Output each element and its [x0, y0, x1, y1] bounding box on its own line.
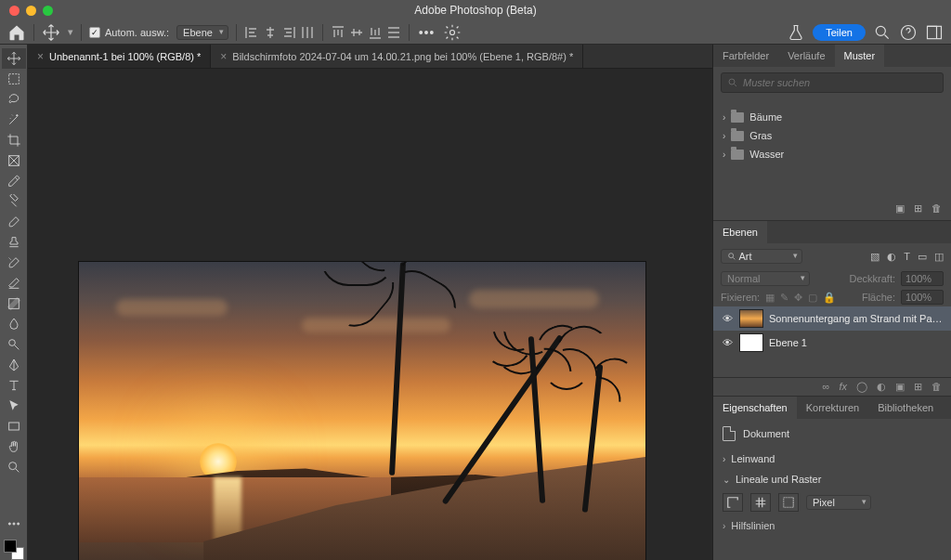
align-left-icon[interactable]	[244, 25, 259, 40]
tool-eyedropper[interactable]	[2, 171, 26, 191]
close-icon[interactable]: ×	[220, 50, 227, 63]
filter-smart-icon[interactable]: ◫	[934, 251, 944, 263]
auto-select-checkbox[interactable]: ✓ Autom. ausw.:	[89, 27, 169, 38]
grid-toggle-icon[interactable]	[750, 493, 771, 512]
lock-paint-icon[interactable]: ✎	[780, 292, 788, 304]
opacity-value[interactable]: 100%	[901, 271, 944, 286]
beaker-icon[interactable]	[787, 23, 805, 42]
tool-blur[interactable]	[2, 314, 26, 334]
layer-name[interactable]: Ebene 1	[769, 337, 944, 348]
tab-layers[interactable]: Ebenen	[713, 221, 767, 243]
align-right-icon[interactable]	[281, 25, 296, 40]
tool-eraser[interactable]	[2, 273, 26, 293]
ruler-toggle-icon[interactable]	[723, 493, 743, 512]
window-zoom-icon[interactable]	[43, 6, 53, 16]
tool-zoom[interactable]	[2, 457, 26, 477]
more-options-icon[interactable]	[417, 23, 436, 42]
layer-thumbnail[interactable]	[739, 333, 763, 352]
tab-properties[interactable]: Eigenschaften	[713, 397, 797, 419]
pattern-folder-trees[interactable]: › Bäume	[713, 108, 951, 126]
auto-select-target-select[interactable]: Ebene	[176, 25, 228, 40]
fx-icon[interactable]: fx	[839, 381, 847, 393]
tool-history-brush[interactable]	[2, 253, 26, 273]
document-tab-1[interactable]: × Unbenannt-1 bei 100% (RGB/8) *	[28, 45, 211, 68]
layer-name[interactable]: Sonnenuntergang am Strand mit Palmen	[769, 313, 944, 324]
link-layers-icon[interactable]: ∞	[823, 381, 830, 393]
pattern-folder-grass[interactable]: › Gras	[713, 126, 951, 145]
window-close-icon[interactable]	[9, 6, 20, 16]
layer-thumbnail[interactable]	[739, 309, 763, 328]
home-button[interactable]	[7, 23, 26, 42]
pattern-search-input[interactable]	[743, 77, 937, 88]
tab-patterns[interactable]: Muster	[835, 45, 885, 67]
accordion-guides[interactable]: › Hilfslinien	[723, 515, 942, 536]
adjustment-icon[interactable]: ◐	[877, 381, 886, 393]
workspace-switcher-icon[interactable]	[925, 23, 944, 42]
tool-brush[interactable]	[2, 212, 26, 232]
lock-all-icon[interactable]: 🔒	[823, 292, 836, 304]
tab-adjustments[interactable]: Korrekturen	[797, 397, 868, 419]
search-icon[interactable]	[873, 23, 892, 42]
tool-dodge[interactable]	[2, 334, 26, 355]
lock-position-icon[interactable]: ✥	[794, 292, 802, 304]
tool-pen[interactable]	[2, 355, 26, 375]
visibility-toggle-icon[interactable]: 👁	[721, 337, 734, 348]
share-button[interactable]: Teilen	[813, 24, 866, 41]
tab-gradients[interactable]: Verläufe	[778, 45, 834, 67]
align-hcenter-icon[interactable]	[263, 25, 278, 40]
close-icon[interactable]: ×	[37, 50, 44, 63]
tool-lasso[interactable]	[2, 89, 26, 110]
canvas[interactable]	[28, 69, 712, 560]
lock-transparent-icon[interactable]: ▦	[765, 292, 775, 304]
pattern-search[interactable]	[721, 72, 944, 93]
new-group-icon[interactable]: ⊞	[914, 202, 922, 215]
pixel-grid-icon[interactable]	[778, 493, 799, 512]
tool-gradient[interactable]	[2, 293, 26, 314]
trash-icon[interactable]: 🗑	[931, 381, 942, 393]
blend-mode-select[interactable]: Normal	[721, 271, 810, 286]
filter-shape-icon[interactable]: ▭	[918, 251, 927, 263]
window-minimize-icon[interactable]	[26, 6, 36, 16]
filter-type-icon[interactable]: T	[904, 251, 910, 263]
tool-healing[interactable]	[2, 191, 26, 212]
group-icon[interactable]: ▣	[895, 381, 905, 393]
align-vcenter-icon[interactable]	[349, 25, 364, 40]
filter-adjust-icon[interactable]: ◐	[887, 251, 896, 263]
tool-stamp[interactable]	[2, 232, 26, 253]
distribute-v-icon[interactable]	[386, 25, 401, 40]
distribute-h-icon[interactable]	[300, 25, 315, 40]
help-icon[interactable]	[899, 23, 918, 42]
align-bottom-icon[interactable]	[368, 25, 383, 40]
tab-libraries[interactable]: Bibliotheken	[868, 397, 943, 419]
save-preset-icon[interactable]: ▣	[895, 202, 905, 215]
mask-icon[interactable]: ◯	[856, 381, 867, 393]
tool-move[interactable]	[2, 48, 26, 69]
tool-marquee[interactable]	[2, 69, 26, 89]
accordion-canvas[interactable]: › Leinwand	[723, 449, 942, 469]
new-layer-icon[interactable]: ⊞	[914, 381, 922, 393]
tool-path-select[interactable]	[2, 396, 26, 416]
lock-artboard-icon[interactable]: ▢	[808, 292, 817, 304]
edit-toolbar-icon[interactable]	[2, 514, 26, 534]
document-tab-2[interactable]: × Bildschirmfoto 2024-07-04 um 14.00.21.…	[211, 45, 583, 68]
trash-icon[interactable]: 🗑	[931, 202, 942, 215]
tool-wand[interactable]	[2, 110, 26, 130]
fill-value[interactable]: 100%	[901, 290, 944, 305]
artboard[interactable]	[79, 262, 645, 560]
move-tool-indicator-icon[interactable]	[42, 23, 60, 42]
gear-icon[interactable]	[443, 23, 462, 42]
visibility-toggle-icon[interactable]: 👁	[721, 313, 734, 324]
tool-hand[interactable]	[2, 436, 26, 457]
color-swatches[interactable]	[4, 540, 24, 560]
layer-row[interactable]: 👁 Ebene 1	[713, 331, 951, 355]
ruler-unit-select[interactable]: Pixel	[806, 495, 871, 510]
tool-crop[interactable]	[2, 130, 26, 150]
filter-pixel-icon[interactable]: ▧	[870, 251, 879, 263]
layer-filter-select[interactable]: Art	[721, 249, 802, 264]
align-top-icon[interactable]	[331, 25, 345, 40]
layer-row[interactable]: 👁 Sonnenuntergang am Strand mit Palmen	[713, 306, 951, 331]
accordion-rulers[interactable]: ⌄ Lineale und Raster	[723, 469, 942, 489]
pattern-folder-water[interactable]: › Wasser	[713, 145, 951, 163]
tool-frame[interactable]	[2, 150, 26, 171]
tool-type[interactable]	[2, 375, 26, 396]
